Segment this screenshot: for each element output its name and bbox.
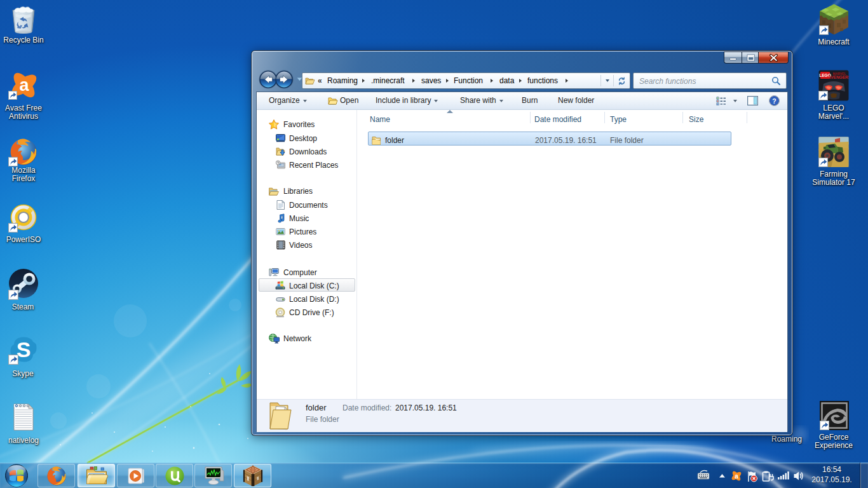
svg-text:a: a (19, 76, 29, 95)
svg-text:a: a (735, 473, 738, 480)
svg-text:S: S (17, 337, 31, 362)
svg-text:AVENGERS: AVENGERS (828, 75, 849, 79)
svg-text:?: ? (772, 97, 776, 105)
